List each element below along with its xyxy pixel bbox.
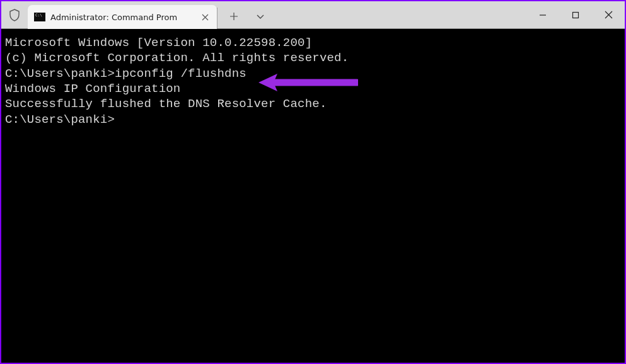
new-tab-button[interactable]	[223, 5, 245, 28]
shield-area	[1, 1, 28, 28]
terminal-prompt-line: C:\Users\panki>ipconfig /flushdns	[5, 66, 621, 81]
svg-rect-0	[573, 12, 579, 18]
terminal-content[interactable]: Microsoft Windows [Version 10.0.22598.20…	[1, 29, 625, 363]
shield-icon	[9, 9, 20, 21]
tab-actions	[217, 1, 272, 28]
tab-dropdown-button[interactable]	[249, 5, 272, 28]
minimize-button[interactable]	[526, 1, 559, 28]
terminal-icon: C:\	[34, 13, 45, 21]
terminal-line: (c) Microsoft Corporation. All rights re…	[5, 50, 621, 65]
terminal-line: Successfully flushed the DNS Resolver Ca…	[5, 96, 621, 111]
terminal-line: Windows IP Configuration	[5, 81, 621, 96]
window-title-bar: C:\ Administrator: Command Prom	[1, 1, 625, 29]
tab-title: Administrator: Command Prom	[50, 13, 193, 22]
prompt: C:\Users\panki>	[5, 67, 115, 81]
title-bar-spacer[interactable]	[272, 1, 526, 28]
tab-close-button[interactable]	[198, 10, 212, 24]
close-button[interactable]	[592, 1, 625, 28]
command: ipconfig /flushdns	[115, 67, 246, 81]
tab-command-prompt[interactable]: C:\ Administrator: Command Prom	[28, 5, 217, 29]
window-controls	[526, 1, 625, 28]
terminal-prompt-line: C:\Users\panki>	[5, 112, 621, 127]
maximize-button[interactable]	[559, 1, 592, 28]
terminal-line: Microsoft Windows [Version 10.0.22598.20…	[5, 35, 621, 50]
